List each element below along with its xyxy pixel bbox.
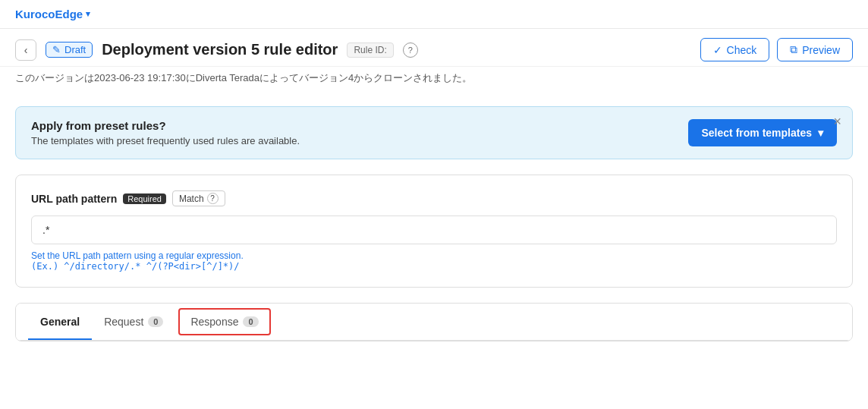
preview-label: Preview (802, 44, 840, 56)
select-template-button[interactable]: Select from templates ▾ (688, 119, 838, 146)
match-badge: Match ? (172, 190, 225, 206)
page-title: Deployment version 5 rule editor (102, 41, 338, 58)
main-content: Apply from preset rules? The templates w… (0, 94, 868, 354)
url-hint-line2: (Ex.) ^/directory/.* ^/(?P<dir>[^/]*)/ (31, 261, 837, 272)
edit-icon: ✎ (52, 44, 61, 55)
preset-banner: Apply from preset rules? The templates w… (15, 106, 853, 159)
url-hint-examples: (Ex.) ^/directory/.* ^/(?P<dir>[^/]*)/ (31, 261, 240, 272)
preset-banner-title: Apply from preset rules? (31, 119, 300, 132)
close-icon: × (833, 114, 841, 129)
tab-response[interactable]: Response 0 (178, 308, 270, 335)
tabs-header: General Request 0 Response 0 (16, 304, 852, 341)
rule-id-badge: Rule ID: (347, 42, 393, 58)
brand-name: KurocoEdge (15, 8, 83, 20)
back-button[interactable]: ‹ (15, 39, 36, 61)
brand-chevron-icon: ▾ (86, 9, 90, 19)
draft-badge: ✎ Draft (46, 42, 93, 58)
tab-response-badge: 0 (243, 316, 258, 327)
preview-icon: ⧉ (790, 43, 797, 56)
tab-request[interactable]: Request 0 (92, 304, 175, 340)
required-badge: Required (123, 193, 166, 204)
tab-general[interactable]: General (28, 304, 92, 340)
tab-request-badge: 0 (148, 316, 163, 327)
match-help-icon[interactable]: ? (207, 193, 219, 204)
url-pattern-input[interactable] (31, 216, 837, 244)
match-label: Match (179, 193, 204, 204)
url-pattern-card: URL path pattern Required Match ? Set th… (15, 175, 853, 288)
tabs-card: General Request 0 Response 0 (15, 303, 853, 341)
preset-banner-description: The templates with preset frequently use… (31, 135, 300, 146)
page-header: ‹ ✎ Draft Deployment version 5 rule edit… (0, 29, 868, 67)
preset-banner-text: Apply from preset rules? The templates w… (31, 119, 300, 146)
check-label: Check (727, 44, 757, 56)
subtitle: このバージョンは2023-06-23 19:17:30にDiverta Tera… (0, 67, 868, 94)
back-icon: ‹ (24, 44, 28, 56)
top-nav: KurocoEdge ▾ (0, 0, 868, 29)
select-template-label: Select from templates (702, 127, 813, 139)
url-pattern-label: URL path pattern (31, 193, 117, 205)
tab-general-label: General (40, 316, 80, 328)
tab-request-label: Request (104, 316, 143, 328)
rule-id-help-icon[interactable]: ? (403, 42, 418, 58)
select-template-chevron-icon: ▾ (818, 127, 823, 139)
close-banner-button[interactable]: × (833, 115, 841, 128)
preview-button[interactable]: ⧉ Preview (777, 38, 853, 61)
header-actions: ✓ Check ⧉ Preview (700, 38, 853, 61)
brand-link[interactable]: KurocoEdge ▾ (15, 8, 90, 20)
url-hint-line1: Set the URL path pattern using a regular… (31, 250, 837, 261)
check-icon: ✓ (713, 44, 722, 56)
url-hint: Set the URL path pattern using a regular… (31, 250, 837, 272)
url-pattern-label-row: URL path pattern Required Match ? (31, 190, 837, 206)
draft-label: Draft (64, 44, 86, 55)
check-button[interactable]: ✓ Check (700, 38, 770, 61)
tab-response-label: Response (190, 316, 238, 328)
